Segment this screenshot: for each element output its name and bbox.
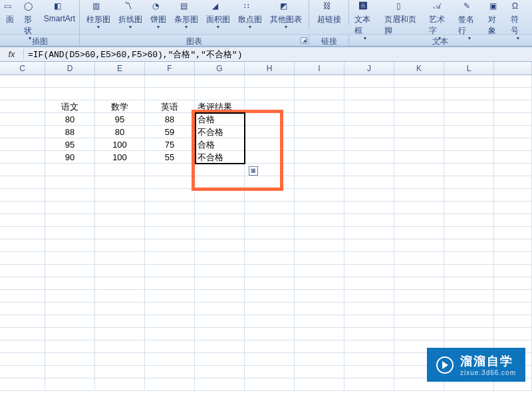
cell[interactable] [394,227,444,239]
ribbon-btn-wordart[interactable]: 𝒜艺术字▾ [425,0,455,41]
cell[interactable] [394,138,444,150]
cell[interactable] [295,201,344,213]
cell[interactable] [245,290,295,302]
cell[interactable] [344,252,394,264]
cell[interactable] [145,366,195,378]
table-row[interactable] [0,227,532,239]
cell[interactable] [145,239,195,251]
cell[interactable] [195,378,245,390]
cell[interactable] [394,315,444,327]
cell[interactable] [95,176,145,188]
ribbon-btn-area-chart[interactable]: ◢面积图▾ [202,0,234,29]
cell[interactable] [145,227,195,239]
cell[interactable] [45,176,95,188]
cell[interactable] [0,151,45,163]
col-header[interactable]: H [245,62,295,74]
cell[interactable] [245,201,295,213]
cell[interactable] [0,290,45,302]
cell[interactable]: 80 [95,126,145,138]
cell[interactable] [195,164,245,176]
cell[interactable] [245,189,295,201]
cell[interactable] [245,88,295,100]
table-row[interactable]: 9010055不合格 [0,151,532,164]
cell[interactable] [394,303,444,315]
cell[interactable] [295,315,344,327]
cell[interactable] [295,340,344,352]
cell[interactable] [145,214,195,226]
cell[interactable] [444,239,494,251]
table-row[interactable]: 809588合格 [0,113,532,126]
cell[interactable] [245,265,295,277]
cell[interactable] [444,227,494,239]
cell[interactable] [494,164,532,176]
cell[interactable] [45,239,95,251]
cell[interactable] [295,328,344,340]
cell[interactable] [444,113,494,125]
cell[interactable]: 95 [45,138,95,150]
col-header[interactable]: I [295,62,344,74]
cell[interactable] [394,265,444,277]
cell[interactable] [494,303,532,315]
grid[interactable]: 语文数学英语考评结果809588合格888059不合格9510075合格9010… [0,75,532,391]
table-row[interactable] [0,303,532,315]
cell[interactable] [344,340,394,352]
cell[interactable] [344,189,394,201]
cell[interactable]: 95 [95,113,145,125]
cell[interactable] [45,303,95,315]
ribbon-btn-bar-chart[interactable]: ▤条形图▾ [170,0,202,29]
cell[interactable] [95,378,145,390]
cell[interactable] [95,277,145,289]
cell[interactable]: 88 [145,113,195,125]
cell[interactable] [145,290,195,302]
cell[interactable] [245,252,295,264]
table-row[interactable] [0,164,532,176]
cell[interactable] [394,164,444,176]
cell[interactable] [245,328,295,340]
ribbon-btn-scatter-chart[interactable]: ∷散点图▾ [234,0,266,29]
ribbon-btn-object[interactable]: ▣对象 [484,0,507,41]
ribbon-btn-smartart[interactable]: ◧SmartArt [40,0,79,41]
cell[interactable] [145,315,195,327]
cell[interactable] [245,75,295,87]
cell[interactable]: 不合格 [195,126,245,138]
cell[interactable] [295,75,344,87]
cell[interactable] [0,227,45,239]
expand-icon[interactable]: ◢ [301,37,307,44]
cell[interactable] [145,353,195,365]
cell[interactable] [344,315,394,327]
cell[interactable] [45,315,95,327]
cell[interactable] [494,100,532,112]
cell[interactable] [344,176,394,188]
cell[interactable] [295,100,344,112]
cell[interactable] [344,151,394,163]
cell[interactable] [0,303,45,315]
cell[interactable] [45,277,95,289]
cell[interactable] [344,290,394,302]
cell[interactable] [344,303,394,315]
cell[interactable] [444,303,494,315]
cell[interactable] [245,239,295,251]
cell[interactable] [45,290,95,302]
cell[interactable] [95,353,145,365]
cell[interactable] [0,126,45,138]
cell[interactable] [394,214,444,226]
cell[interactable] [394,100,444,112]
cell[interactable] [344,353,394,365]
cell[interactable] [195,189,245,201]
cell[interactable] [95,252,145,264]
cell[interactable] [394,252,444,264]
cell[interactable] [344,366,394,378]
cell[interactable] [444,151,494,163]
table-row[interactable] [0,88,532,100]
cell[interactable]: 英语 [145,100,195,112]
cell[interactable] [0,113,45,125]
table-row[interactable] [0,176,532,189]
cell[interactable]: 合格 [195,113,245,125]
cell[interactable] [245,113,295,125]
cell[interactable] [344,214,394,226]
cell[interactable] [344,201,394,213]
cell[interactable] [344,277,394,289]
cell[interactable] [344,378,394,390]
cell[interactable] [45,265,95,277]
ribbon-btn-pane[interactable]: ▭面 [0,0,20,41]
